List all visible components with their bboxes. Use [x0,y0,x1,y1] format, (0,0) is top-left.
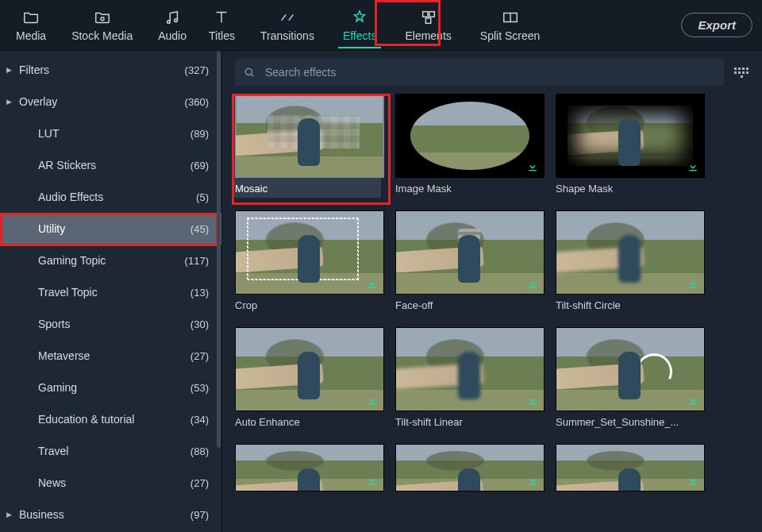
sidebar-item-count: 89 [190,128,209,140]
sidebar-item-count: 88 [190,445,209,457]
effect-card-row4b[interactable] [395,444,545,492]
effect-card-summerset[interactable]: Summer_Set_Sunshine_... [556,327,705,428]
download-icon[interactable] [526,160,539,173]
download-icon[interactable] [366,474,379,487]
effect-thumbnail [235,444,384,492]
svg-rect-13 [368,403,375,404]
chevron-right-icon: ▶ [6,66,12,74]
effect-card-label: Crop [235,299,384,311]
view-grid-icon[interactable] [733,64,749,80]
effect-card-shapemask[interactable]: Shape Mask [556,94,705,195]
effect-card-mosaic[interactable]: Mosaic [232,94,381,198]
sidebar-item-label: Metaverse [38,349,90,362]
export-button[interactable]: Export [681,13,752,37]
download-icon[interactable] [687,277,699,290]
effect-card-autoenhance[interactable]: Auto Enhance [235,327,384,428]
effect-card-row4a[interactable] [235,444,384,492]
sidebar-item-count: 117 [185,255,209,267]
download-icon[interactable] [526,474,539,487]
effects-icon [351,9,368,26]
sidebar-item-label: Sports [38,318,70,330]
nav-stock-media[interactable]: Stock Media [57,0,147,50]
download-icon[interactable] [526,394,539,407]
split-screen-icon [502,9,519,26]
sidebar-item-sports[interactable]: Sports30 [0,308,221,340]
effect-card-faceoff[interactable]: Face-off [395,210,545,311]
effect-card-tiltcircle[interactable]: Tilt-shift Circle [556,210,705,311]
nav-label: Effects [343,29,377,42]
download-icon[interactable] [687,474,699,487]
sidebar-item-ar-stickers[interactable]: AR Stickers69 [0,149,221,181]
effect-card-row4c[interactable] [556,444,705,492]
sidebar-item-count: 69 [190,160,209,172]
sidebar-item-lut[interactable]: LUT89 [0,118,221,149]
sidebar-item-count: 13 [190,287,209,299]
sidebar-item-utility[interactable]: Utility45 [0,213,221,245]
sidebar-item-label: News [38,476,66,489]
sidebar-item-count: 27 [190,350,209,362]
nav-split-screen[interactable]: Split Screen [466,0,554,50]
search-input[interactable] [264,65,716,79]
effect-thumbnail [395,327,545,411]
sidebar-item-travel[interactable]: Travel88 [0,435,221,467]
sidebar-item-gaming[interactable]: Gaming53 [0,372,221,403]
sidebar-item-filters[interactable]: ▶Filters327 [0,54,221,86]
sidebar-item-count: 30 [190,318,209,330]
nav-label: Audio [158,29,187,42]
sidebar: ▶Filters327▶Overlay360LUT89AR Stickers69… [0,51,222,532]
svg-rect-9 [689,170,696,171]
svg-rect-4 [429,11,434,16]
svg-rect-3 [422,11,427,16]
nav-label: Media [16,29,46,42]
sidebar-scrollbar[interactable] [217,51,221,448]
nav-titles[interactable]: Titles [198,0,246,50]
sidebar-item-gaming-topic[interactable]: Gaming Topic117 [0,245,221,276]
sidebar-item-count: 97 [190,509,209,521]
download-icon[interactable] [687,394,699,407]
sidebar-item-metaverse[interactable]: Metaverse27 [0,340,221,372]
effect-card-imagemask[interactable]: Image Mask [395,94,545,195]
download-icon[interactable] [687,160,699,173]
sidebar-item-overlay[interactable]: ▶Overlay360 [0,86,221,118]
nav-label: Elements [405,29,451,42]
download-icon[interactable] [526,277,539,290]
sidebar-item-business[interactable]: ▶Business97 [0,499,221,530]
chevron-right-icon: ▶ [6,98,12,106]
download-icon[interactable] [366,277,379,290]
sidebar-item-news[interactable]: News27 [0,467,221,499]
effect-thumbnail [395,210,545,295]
svg-rect-17 [529,484,536,484]
sidebar-item-count: 327 [185,64,209,76]
sidebar-item-travel-topic[interactable]: Travel Topic13 [0,276,221,308]
nav-media[interactable]: Media [5,0,57,50]
svg-rect-15 [689,403,696,404]
nav-effects[interactable]: Effects [329,0,391,50]
effect-card-label: Face-off [395,299,545,311]
sidebar-item-count: 53 [190,382,209,394]
search-box[interactable] [235,59,724,86]
nav-audio[interactable]: Audio [147,0,198,50]
effect-card-label: Summer_Set_Sunshine_... [556,416,705,428]
effect-thumbnail [556,210,705,295]
svg-rect-5 [425,17,430,22]
svg-rect-14 [529,403,536,404]
sidebar-item-education-tutorial[interactable]: Education & tutorial34 [0,403,221,435]
effect-card-label: Tilt-shift Linear [395,416,545,428]
nav-transitions[interactable]: Transitions [246,0,329,50]
svg-rect-18 [689,484,696,484]
effect-thumbnail [235,327,384,411]
sidebar-item-audio-effects[interactable]: Audio Effects5 [0,181,221,213]
top-nav: Media Stock Media Audio Titles Transitio… [0,0,762,51]
nav-label: Transitions [260,29,314,42]
svg-rect-11 [529,287,536,287]
cloud-folder-icon [94,9,111,26]
nav-items: Media Stock Media Audio Titles Transitio… [5,0,554,50]
svg-rect-16 [368,484,375,484]
effect-thumbnail [395,94,545,178]
effect-card-tiltlinear[interactable]: Tilt-shift Linear [395,327,545,428]
nav-elements[interactable]: Elements [391,0,465,50]
download-icon[interactable] [366,394,379,407]
svg-rect-8 [529,170,536,171]
sidebar-item-label: AR Stickers [38,159,96,172]
effect-card-crop[interactable]: Crop [235,210,384,311]
